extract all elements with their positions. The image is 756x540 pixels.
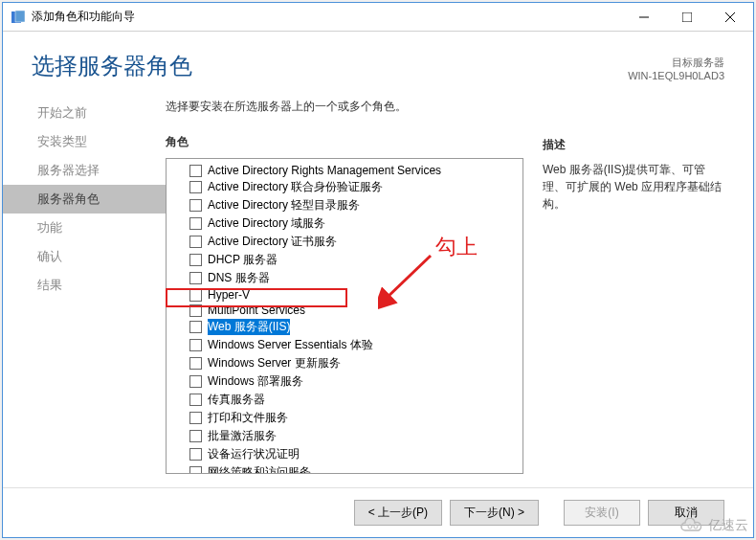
role-item[interactable]: 传真服务器: [167, 391, 523, 409]
annotation-box: [166, 288, 347, 307]
checkbox-icon[interactable]: [189, 375, 202, 388]
sidebar-item-result[interactable]: 结果: [3, 271, 166, 300]
sidebar-item-confirm[interactable]: 确认: [3, 242, 166, 271]
role-item[interactable]: DNS 服务器: [167, 269, 523, 287]
role-item[interactable]: 设备运行状况证明: [167, 445, 523, 463]
role-item[interactable]: Active Directory 轻型目录服务: [167, 196, 523, 214]
description-heading: 描述: [543, 137, 724, 153]
role-item[interactable]: 打印和文件服务: [167, 409, 523, 427]
arrow-annotation-icon: [378, 246, 435, 323]
roles-heading: 角色: [166, 134, 523, 150]
description-text: Web 服务器(IIS)提供可靠、可管理、可扩展的 Web 应用程序基础结构。: [543, 161, 724, 213]
svg-rect-1: [15, 11, 25, 22]
close-button[interactable]: [708, 3, 751, 31]
sidebar-item-before[interactable]: 开始之前: [3, 99, 166, 127]
svg-point-8: [694, 525, 698, 529]
checkbox-icon[interactable]: [189, 199, 202, 212]
cloud-icon: [678, 518, 704, 533]
server-info: 目标服务器 WIN-1EQL9H0LAD3: [628, 56, 724, 81]
sidebar-item-install-type[interactable]: 安装类型: [3, 127, 166, 156]
server-label: 目标服务器: [628, 56, 724, 70]
install-button: 安装(I): [564, 500, 640, 526]
footer: < 上一步(P) 下一步(N) > 安装(I) 取消: [3, 487, 753, 537]
previous-button[interactable]: < 上一步(P): [354, 500, 442, 526]
role-item[interactable]: Active Directory 联合身份验证服务: [167, 178, 523, 196]
checkbox-icon[interactable]: [189, 448, 202, 461]
close-icon: [725, 12, 735, 22]
watermark: 亿速云: [678, 517, 748, 534]
maximize-button[interactable]: [665, 3, 708, 31]
checkbox-icon[interactable]: [189, 339, 202, 351]
next-button[interactable]: 下一步(N) >: [450, 500, 539, 526]
checkbox-icon[interactable]: [189, 394, 202, 406]
roles-listbox[interactable]: Active Directory Rights Management Servi…: [166, 158, 523, 474]
checkbox-icon[interactable]: [189, 321, 202, 333]
role-item[interactable]: Active Directory Rights Management Servi…: [167, 163, 523, 178]
checkbox-icon[interactable]: [189, 272, 202, 284]
sidebar: 开始之前 安装类型 服务器选择 服务器角色 功能 确认 结果: [3, 91, 166, 478]
role-item[interactable]: Windows Server Essentials 体验: [167, 336, 523, 354]
checkbox-icon[interactable]: [189, 254, 202, 266]
wizard-window: 添加角色和功能向导 选择服务器角色 目标服务器 WIN-1EQL9H0LAD3 …: [2, 2, 754, 538]
checkbox-icon[interactable]: [189, 412, 202, 424]
page-title: 选择服务器角色: [32, 51, 192, 81]
content-area: 选择要安装在所选服务器上的一个或多个角色。 角色 Active Director…: [166, 91, 724, 478]
checkbox-icon[interactable]: [189, 466, 202, 474]
minimize-button[interactable]: [622, 3, 665, 31]
checkbox-icon[interactable]: [189, 357, 202, 370]
checkbox-icon[interactable]: [189, 181, 202, 193]
checkbox-icon[interactable]: [189, 165, 202, 177]
checkbox-icon[interactable]: [189, 217, 202, 230]
role-item[interactable]: 批量激活服务: [167, 427, 523, 445]
role-item-iis[interactable]: Web 服务器(IIS): [167, 318, 523, 336]
svg-line-6: [386, 256, 431, 299]
titlebar: 添加角色和功能向导: [3, 3, 753, 32]
role-item[interactable]: Windows Server 更新服务: [167, 354, 523, 372]
roles-column: 选择要安装在所选服务器上的一个或多个角色。 角色 Active Director…: [166, 99, 523, 478]
maximize-icon: [682, 12, 692, 22]
svg-rect-3: [682, 12, 692, 22]
role-item[interactable]: Windows 部署服务: [167, 372, 523, 391]
server-name: WIN-1EQL9H0LAD3: [628, 70, 724, 81]
description-column: 描述 Web 服务器(IIS)提供可靠、可管理、可扩展的 Web 应用程序基础结…: [543, 99, 724, 478]
header: 选择服务器角色 目标服务器 WIN-1EQL9H0LAD3: [3, 32, 753, 91]
minimize-icon: [639, 12, 649, 22]
checkbox-icon[interactable]: [189, 236, 202, 248]
svg-point-7: [688, 525, 692, 529]
watermark-text: 亿速云: [708, 517, 748, 534]
sidebar-item-features[interactable]: 功能: [3, 214, 166, 242]
main-content: 开始之前 安装类型 服务器选择 服务器角色 功能 确认 结果 选择要安装在所选服…: [3, 91, 753, 487]
sidebar-item-server-roles[interactable]: 服务器角色: [3, 185, 166, 214]
app-icon: [11, 10, 26, 25]
instruction-text: 选择要安装在所选服务器上的一个或多个角色。: [166, 99, 523, 115]
sidebar-item-server-select[interactable]: 服务器选择: [3, 156, 166, 185]
titlebar-text: 添加角色和功能向导: [32, 9, 622, 25]
checkbox-icon[interactable]: [189, 430, 202, 442]
role-item[interactable]: Active Directory 域服务: [167, 214, 523, 233]
role-item[interactable]: 网络策略和访问服务: [167, 463, 523, 474]
annotation-text: 勾上: [435, 233, 478, 261]
